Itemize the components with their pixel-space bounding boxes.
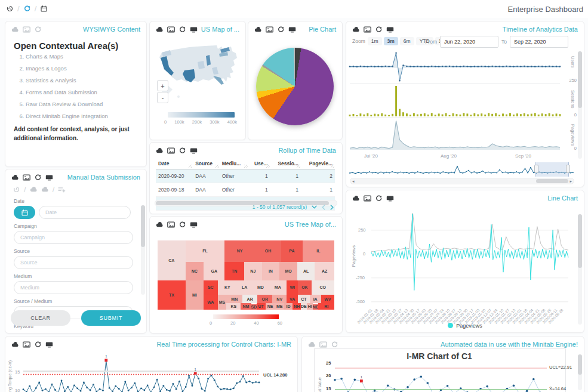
image-icon[interactable]: [23, 341, 30, 348]
image-icon[interactable]: [364, 26, 371, 33]
cloud-upload-icon[interactable]: [30, 186, 38, 193]
treemap-tile-sc[interactable]: SC: [204, 280, 218, 295]
source-field[interactable]: [14, 256, 133, 269]
treemap-tile-nv[interactable]: NV: [272, 295, 287, 303]
submit-button[interactable]: SUBMIT: [81, 310, 141, 326]
zoom-button-6m[interactable]: 6m: [400, 37, 414, 45]
cloud-icon[interactable]: [352, 195, 360, 202]
column-header[interactable]: Use...: [248, 158, 270, 169]
image-icon[interactable]: [364, 195, 371, 202]
column-header[interactable]: Pagevie...: [301, 158, 335, 169]
scrollbar[interactable]: [141, 205, 145, 295]
zoom-button-3m[interactable]: 3m: [384, 37, 398, 45]
cloud-icon[interactable]: [254, 26, 262, 33]
chevron-left-icon[interactable]: [322, 205, 325, 210]
cloud-icon[interactable]: [156, 26, 164, 33]
zoom-button-1m[interactable]: 1m: [368, 37, 382, 45]
treemap-tile-ca[interactable]: CA: [158, 240, 186, 280]
treemap-tile-ar[interactable]: AR: [242, 295, 257, 303]
treemap-tile-or[interactable]: OR: [257, 295, 272, 303]
monitor-icon[interactable]: [386, 195, 394, 202]
chevron-right-icon[interactable]: [330, 205, 334, 210]
treemap-tile-in[interactable]: IN: [262, 262, 280, 280]
table-row[interactable]: 2020-09-20DAAOther112: [156, 169, 335, 183]
treemap-tile-co[interactable]: CO: [312, 280, 334, 295]
monitor-icon[interactable]: [190, 147, 198, 154]
column-header[interactable]: Date: [156, 158, 193, 169]
pageviews-series-chart[interactable]: [350, 119, 560, 150]
treemap-tile-ky[interactable]: KY: [218, 280, 238, 295]
cloud-icon[interactable]: [308, 341, 316, 348]
image-icon[interactable]: [167, 221, 175, 228]
treemap-tile-nc[interactable]: NC: [186, 262, 204, 280]
medium-field[interactable]: [14, 281, 133, 294]
image-icon[interactable]: [23, 26, 30, 33]
treemap-tile-ma[interactable]: MA: [269, 280, 287, 295]
refresh-icon[interactable]: [178, 26, 186, 33]
sessions-series-chart[interactable]: [350, 85, 560, 116]
treemap-tile-sd[interactable]: SD: [251, 304, 257, 310]
pie-chart[interactable]: [256, 48, 334, 125]
date-picker-button[interactable]: [14, 206, 35, 219]
panel-title[interactable]: Real Time processing for Control Charts:…: [156, 341, 291, 348]
scroll-left-arrow[interactable]: ◂: [352, 179, 355, 184]
to-date-input[interactable]: [510, 36, 568, 48]
date-field[interactable]: [39, 206, 131, 219]
monitor-icon[interactable]: [190, 26, 198, 33]
refresh-icon[interactable]: [178, 221, 186, 228]
monitor-icon[interactable]: [288, 26, 296, 33]
column-header[interactable]: Sessio...: [270, 158, 301, 169]
refresh-icon[interactable]: [331, 341, 338, 348]
treemap-tile-nm[interactable]: NM: [241, 303, 251, 310]
monitor-icon[interactable]: [45, 174, 53, 181]
treemap-tile-wv[interactable]: WV: [321, 295, 334, 303]
cloud-icon[interactable]: [352, 26, 360, 33]
navigator-selection[interactable]: [535, 162, 569, 177]
chevron-down-icon[interactable]: [312, 205, 317, 209]
calendar-icon[interactable]: [40, 5, 48, 12]
refresh-icon[interactable]: [178, 147, 186, 154]
treemap-tile-ms[interactable]: MS: [218, 295, 227, 310]
image-icon[interactable]: [167, 147, 175, 154]
chart-legend[interactable]: Pageviews: [346, 323, 584, 329]
navigator-handle-left[interactable]: [534, 165, 538, 173]
image-icon[interactable]: [167, 26, 175, 33]
treemap-tile-me[interactable]: ME: [275, 303, 284, 310]
panel-title[interactable]: Rollup of Time Data: [278, 147, 336, 154]
cloud-icon[interactable]: [41, 186, 49, 193]
users-series-chart[interactable]: [350, 50, 560, 82]
treemap-tile-mi[interactable]: MI: [186, 280, 204, 310]
panel-title[interactable]: Line Chart: [547, 195, 578, 202]
refresh-icon[interactable]: [34, 174, 42, 181]
list-plus-icon[interactable]: [58, 186, 66, 193]
table-row[interactable]: 2020-09-18DAAOther111: [156, 183, 335, 197]
column-header[interactable]: Source: [193, 158, 219, 169]
navigator-handle-right[interactable]: [566, 165, 570, 173]
treemap-tile-fl[interactable]: FL: [186, 240, 225, 262]
panel-title[interactable]: Automated data in use with the Minitab E…: [441, 341, 578, 348]
campaign-field[interactable]: [14, 231, 133, 244]
refresh-icon[interactable]: [375, 195, 383, 202]
treemap-tile-ny[interactable]: NY: [224, 240, 254, 262]
image-icon[interactable]: [266, 26, 273, 33]
cloud-icon[interactable]: [156, 147, 164, 154]
scrollbar[interactable]: [578, 214, 582, 325]
monitor-icon[interactable]: [45, 341, 53, 348]
image-icon[interactable]: [319, 341, 327, 348]
treemap-tile-al[interactable]: AL: [297, 262, 315, 280]
treemap-tile-la[interactable]: LA: [237, 280, 252, 295]
treemap-tile-wa[interactable]: WA: [204, 295, 218, 310]
refresh-icon[interactable]: [375, 26, 383, 33]
treemap-tile-ks[interactable]: KS: [226, 303, 241, 310]
map-zoom-out-button[interactable]: -: [157, 92, 168, 103]
history-icon[interactable]: [13, 186, 20, 193]
navigator-scrollbar[interactable]: ◂ ▸: [350, 178, 574, 184]
scrollbar[interactable]: [578, 354, 582, 390]
treemap-tile-ok[interactable]: OK: [298, 280, 311, 295]
column-header[interactable]: Mediu...: [220, 158, 248, 169]
treemap-tile-az[interactable]: AZ: [315, 262, 334, 280]
treemap-tile-mn[interactable]: MN: [226, 295, 242, 303]
treemap-chart[interactable]: CATXFLNYOHPAILNCGATNNJINMOALAZMISCWAKYLA…: [158, 240, 334, 310]
refresh-icon[interactable]: [23, 5, 31, 12]
treemap-tile-il[interactable]: IL: [303, 240, 334, 262]
